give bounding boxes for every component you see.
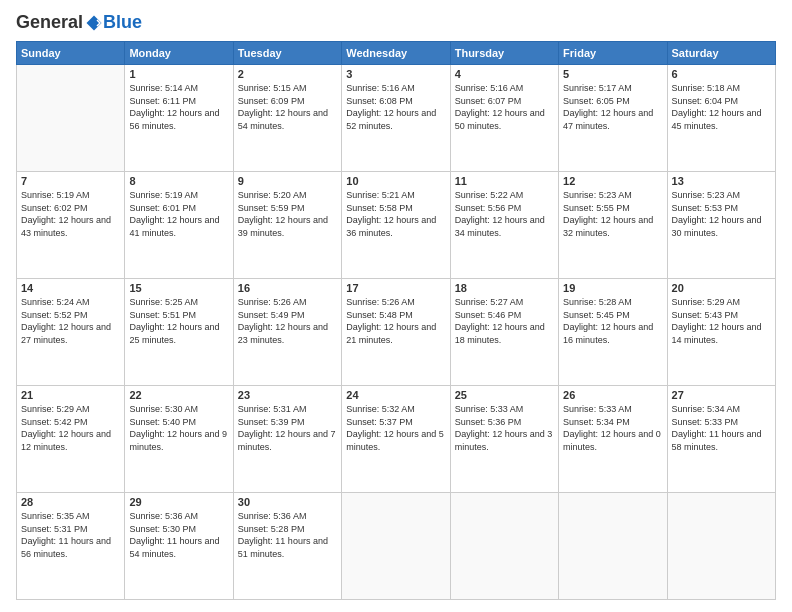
calendar-cell: 7 Sunrise: 5:19 AM Sunset: 6:02 PM Dayli… bbox=[17, 172, 125, 279]
calendar-cell bbox=[559, 493, 667, 600]
day-number: 28 bbox=[21, 496, 120, 508]
weekday-header: Thursday bbox=[450, 42, 558, 65]
day-info: Sunrise: 5:36 AM Sunset: 5:28 PM Dayligh… bbox=[238, 510, 337, 560]
day-info: Sunrise: 5:16 AM Sunset: 6:07 PM Dayligh… bbox=[455, 82, 554, 132]
calendar-cell: 1 Sunrise: 5:14 AM Sunset: 6:11 PM Dayli… bbox=[125, 65, 233, 172]
day-number: 3 bbox=[346, 68, 445, 80]
calendar-cell: 4 Sunrise: 5:16 AM Sunset: 6:07 PM Dayli… bbox=[450, 65, 558, 172]
weekday-header: Saturday bbox=[667, 42, 775, 65]
calendar: SundayMondayTuesdayWednesdayThursdayFrid… bbox=[16, 41, 776, 600]
day-number: 16 bbox=[238, 282, 337, 294]
calendar-cell: 22 Sunrise: 5:30 AM Sunset: 5:40 PM Dayl… bbox=[125, 386, 233, 493]
calendar-cell: 26 Sunrise: 5:33 AM Sunset: 5:34 PM Dayl… bbox=[559, 386, 667, 493]
day-info: Sunrise: 5:25 AM Sunset: 5:51 PM Dayligh… bbox=[129, 296, 228, 346]
day-number: 13 bbox=[672, 175, 771, 187]
calendar-cell: 13 Sunrise: 5:23 AM Sunset: 5:53 PM Dayl… bbox=[667, 172, 775, 279]
calendar-cell: 24 Sunrise: 5:32 AM Sunset: 5:37 PM Dayl… bbox=[342, 386, 450, 493]
day-number: 10 bbox=[346, 175, 445, 187]
weekday-header: Sunday bbox=[17, 42, 125, 65]
day-number: 4 bbox=[455, 68, 554, 80]
calendar-cell: 19 Sunrise: 5:28 AM Sunset: 5:45 PM Dayl… bbox=[559, 279, 667, 386]
day-number: 26 bbox=[563, 389, 662, 401]
day-info: Sunrise: 5:24 AM Sunset: 5:52 PM Dayligh… bbox=[21, 296, 120, 346]
calendar-cell: 21 Sunrise: 5:29 AM Sunset: 5:42 PM Dayl… bbox=[17, 386, 125, 493]
day-info: Sunrise: 5:29 AM Sunset: 5:43 PM Dayligh… bbox=[672, 296, 771, 346]
day-number: 1 bbox=[129, 68, 228, 80]
day-number: 7 bbox=[21, 175, 120, 187]
calendar-cell: 30 Sunrise: 5:36 AM Sunset: 5:28 PM Dayl… bbox=[233, 493, 341, 600]
day-info: Sunrise: 5:22 AM Sunset: 5:56 PM Dayligh… bbox=[455, 189, 554, 239]
day-number: 8 bbox=[129, 175, 228, 187]
calendar-cell: 5 Sunrise: 5:17 AM Sunset: 6:05 PM Dayli… bbox=[559, 65, 667, 172]
logo-icon bbox=[85, 14, 103, 32]
calendar-cell: 2 Sunrise: 5:15 AM Sunset: 6:09 PM Dayli… bbox=[233, 65, 341, 172]
day-number: 27 bbox=[672, 389, 771, 401]
day-number: 23 bbox=[238, 389, 337, 401]
day-info: Sunrise: 5:27 AM Sunset: 5:46 PM Dayligh… bbox=[455, 296, 554, 346]
calendar-cell: 11 Sunrise: 5:22 AM Sunset: 5:56 PM Dayl… bbox=[450, 172, 558, 279]
day-info: Sunrise: 5:32 AM Sunset: 5:37 PM Dayligh… bbox=[346, 403, 445, 453]
day-info: Sunrise: 5:33 AM Sunset: 5:34 PM Dayligh… bbox=[563, 403, 662, 453]
day-number: 21 bbox=[21, 389, 120, 401]
calendar-cell bbox=[450, 493, 558, 600]
day-number: 22 bbox=[129, 389, 228, 401]
header: General Blue bbox=[16, 12, 776, 33]
day-info: Sunrise: 5:19 AM Sunset: 6:01 PM Dayligh… bbox=[129, 189, 228, 239]
day-info: Sunrise: 5:34 AM Sunset: 5:33 PM Dayligh… bbox=[672, 403, 771, 453]
day-info: Sunrise: 5:31 AM Sunset: 5:39 PM Dayligh… bbox=[238, 403, 337, 453]
day-number: 17 bbox=[346, 282, 445, 294]
weekday-header: Monday bbox=[125, 42, 233, 65]
calendar-cell: 12 Sunrise: 5:23 AM Sunset: 5:55 PM Dayl… bbox=[559, 172, 667, 279]
weekday-header: Friday bbox=[559, 42, 667, 65]
weekday-header: Wednesday bbox=[342, 42, 450, 65]
calendar-cell bbox=[667, 493, 775, 600]
day-number: 25 bbox=[455, 389, 554, 401]
calendar-cell: 28 Sunrise: 5:35 AM Sunset: 5:31 PM Dayl… bbox=[17, 493, 125, 600]
day-number: 5 bbox=[563, 68, 662, 80]
day-info: Sunrise: 5:35 AM Sunset: 5:31 PM Dayligh… bbox=[21, 510, 120, 560]
day-number: 15 bbox=[129, 282, 228, 294]
logo-blue: Blue bbox=[103, 12, 142, 33]
logo: General Blue bbox=[16, 12, 142, 33]
day-info: Sunrise: 5:18 AM Sunset: 6:04 PM Dayligh… bbox=[672, 82, 771, 132]
day-number: 19 bbox=[563, 282, 662, 294]
calendar-cell: 29 Sunrise: 5:36 AM Sunset: 5:30 PM Dayl… bbox=[125, 493, 233, 600]
day-info: Sunrise: 5:33 AM Sunset: 5:36 PM Dayligh… bbox=[455, 403, 554, 453]
weekday-header: Tuesday bbox=[233, 42, 341, 65]
day-info: Sunrise: 5:15 AM Sunset: 6:09 PM Dayligh… bbox=[238, 82, 337, 132]
day-number: 9 bbox=[238, 175, 337, 187]
day-info: Sunrise: 5:21 AM Sunset: 5:58 PM Dayligh… bbox=[346, 189, 445, 239]
day-info: Sunrise: 5:23 AM Sunset: 5:55 PM Dayligh… bbox=[563, 189, 662, 239]
day-number: 24 bbox=[346, 389, 445, 401]
calendar-cell: 17 Sunrise: 5:26 AM Sunset: 5:48 PM Dayl… bbox=[342, 279, 450, 386]
day-info: Sunrise: 5:19 AM Sunset: 6:02 PM Dayligh… bbox=[21, 189, 120, 239]
day-info: Sunrise: 5:20 AM Sunset: 5:59 PM Dayligh… bbox=[238, 189, 337, 239]
calendar-cell bbox=[342, 493, 450, 600]
logo-text: General Blue bbox=[16, 12, 142, 33]
calendar-cell: 6 Sunrise: 5:18 AM Sunset: 6:04 PM Dayli… bbox=[667, 65, 775, 172]
calendar-cell: 25 Sunrise: 5:33 AM Sunset: 5:36 PM Dayl… bbox=[450, 386, 558, 493]
calendar-cell: 16 Sunrise: 5:26 AM Sunset: 5:49 PM Dayl… bbox=[233, 279, 341, 386]
calendar-cell: 8 Sunrise: 5:19 AM Sunset: 6:01 PM Dayli… bbox=[125, 172, 233, 279]
calendar-cell: 18 Sunrise: 5:27 AM Sunset: 5:46 PM Dayl… bbox=[450, 279, 558, 386]
day-info: Sunrise: 5:28 AM Sunset: 5:45 PM Dayligh… bbox=[563, 296, 662, 346]
calendar-cell: 9 Sunrise: 5:20 AM Sunset: 5:59 PM Dayli… bbox=[233, 172, 341, 279]
calendar-cell bbox=[17, 65, 125, 172]
day-info: Sunrise: 5:30 AM Sunset: 5:40 PM Dayligh… bbox=[129, 403, 228, 453]
calendar-cell: 15 Sunrise: 5:25 AM Sunset: 5:51 PM Dayl… bbox=[125, 279, 233, 386]
day-number: 29 bbox=[129, 496, 228, 508]
day-number: 18 bbox=[455, 282, 554, 294]
calendar-cell: 27 Sunrise: 5:34 AM Sunset: 5:33 PM Dayl… bbox=[667, 386, 775, 493]
day-info: Sunrise: 5:17 AM Sunset: 6:05 PM Dayligh… bbox=[563, 82, 662, 132]
day-number: 14 bbox=[21, 282, 120, 294]
day-info: Sunrise: 5:26 AM Sunset: 5:49 PM Dayligh… bbox=[238, 296, 337, 346]
day-info: Sunrise: 5:29 AM Sunset: 5:42 PM Dayligh… bbox=[21, 403, 120, 453]
calendar-cell: 3 Sunrise: 5:16 AM Sunset: 6:08 PM Dayli… bbox=[342, 65, 450, 172]
day-info: Sunrise: 5:16 AM Sunset: 6:08 PM Dayligh… bbox=[346, 82, 445, 132]
day-info: Sunrise: 5:14 AM Sunset: 6:11 PM Dayligh… bbox=[129, 82, 228, 132]
day-number: 11 bbox=[455, 175, 554, 187]
page: General Blue SundayMondayTuesdayWednesda… bbox=[0, 0, 792, 612]
day-info: Sunrise: 5:26 AM Sunset: 5:48 PM Dayligh… bbox=[346, 296, 445, 346]
calendar-cell: 20 Sunrise: 5:29 AM Sunset: 5:43 PM Dayl… bbox=[667, 279, 775, 386]
day-number: 6 bbox=[672, 68, 771, 80]
